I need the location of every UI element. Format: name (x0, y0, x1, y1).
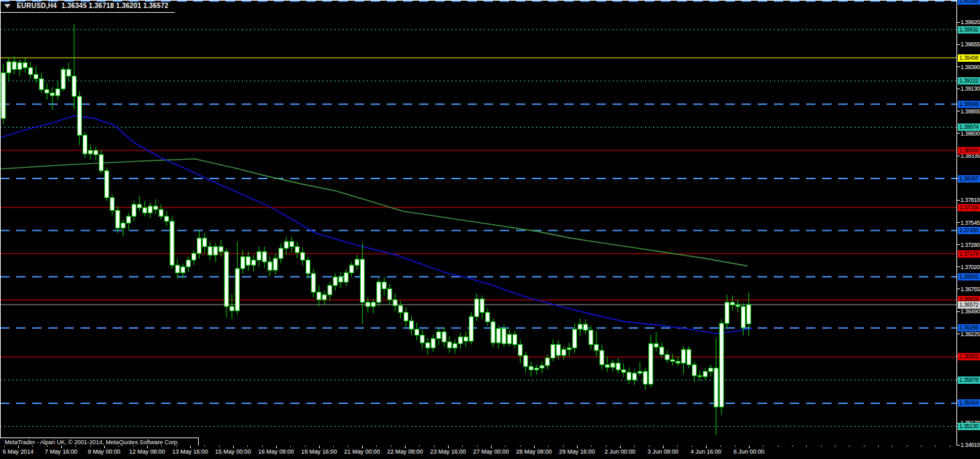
candle-body (382, 282, 386, 289)
time-minor-tick (921, 446, 922, 447)
candle-body (203, 238, 207, 247)
time-minor-tick (806, 446, 807, 447)
time-minor-tick (878, 446, 879, 447)
candle-body (328, 285, 332, 295)
time-minor-tick (935, 446, 936, 447)
price-tick-label: 1.37280 (961, 242, 980, 248)
candle-body (295, 246, 299, 252)
candle-body (398, 306, 402, 313)
time-minor-tick (864, 446, 864, 447)
chart-border-left (0, 0, 1, 446)
candle-body (344, 272, 348, 282)
time-minor-tick (677, 446, 678, 447)
candle-body (410, 321, 414, 329)
copyright-text: MetaTrader - Alpari UK, © 2001-2014, Met… (5, 439, 179, 446)
candle-body (458, 337, 462, 344)
chart-ohlc-readout: 1.36345 1.36718 1.36201 1.36572 (62, 2, 169, 9)
time-minor-tick (835, 446, 836, 447)
candle-body (181, 267, 185, 273)
candle-body (45, 90, 49, 93)
price-tick-mark (957, 445, 960, 446)
price-tick-label: 1.39920 (961, 19, 980, 26)
price-tick-mark (957, 44, 960, 45)
candle-body (698, 376, 702, 376)
price-tick-mark (957, 222, 960, 223)
candle-body (431, 339, 435, 348)
candle-body (578, 324, 582, 329)
time-minor-tick (348, 446, 349, 447)
candle-body (40, 79, 44, 89)
price-tick-mark (957, 334, 960, 334)
candle-body (230, 307, 234, 311)
level-price-label: 1.38400 (958, 147, 980, 154)
candle-body (186, 260, 190, 267)
price-tick-label: 1.38865 (961, 108, 980, 115)
candle-body (611, 363, 615, 367)
candle-body (116, 210, 120, 227)
candle-body (214, 246, 218, 255)
level-price-label: 1.38674 (958, 123, 980, 131)
chart-symbol-period: EURUSD,H4 (17, 2, 57, 9)
price-tick-label: 1.34910 (961, 442, 980, 448)
chart-title: EURUSD,H4 1.36345 1.36718 1.36201 1.3657… (4, 2, 169, 9)
candle-body (99, 154, 103, 170)
price-tick-label: 1.37810 (961, 197, 980, 203)
candle-body (562, 350, 566, 356)
candle-body (649, 344, 653, 384)
candle-body (268, 262, 272, 270)
time-axis-label: 28 May 08:00 (516, 448, 551, 455)
candle-body (627, 372, 631, 380)
time-axis-label: 19 May 16:00 (301, 448, 337, 455)
candle-body (197, 238, 202, 254)
candle-body (317, 292, 321, 299)
candle-body (426, 343, 430, 348)
candle-body (159, 209, 163, 216)
candle-body (247, 257, 251, 266)
candle-body (208, 246, 212, 255)
candle-body (240, 257, 244, 269)
candle-body (420, 336, 425, 343)
level-price-label: 1.35130 (958, 423, 980, 430)
price-axis[interactable]: 1.399201.396551.393901.391301.388651.386… (957, 0, 980, 459)
price-tick-mark (957, 66, 960, 67)
candle-body (29, 68, 33, 74)
candle-body (567, 348, 571, 350)
candle-body (105, 170, 109, 197)
time-axis[interactable]: 6 May 20147 May 16:009 May 00:0012 May 0… (0, 446, 980, 459)
candle-body (665, 354, 669, 360)
candle-body (556, 344, 560, 355)
price-tick-mark (957, 22, 960, 23)
candle-body (464, 337, 468, 341)
candle-body (453, 344, 457, 348)
candle-body (703, 372, 707, 377)
price-tick-mark (957, 111, 960, 111)
candle-body (1, 72, 5, 118)
time-minor-tick (563, 446, 564, 447)
time-minor-tick (720, 446, 721, 447)
candle-body (496, 328, 500, 342)
level-price-label: 1.35404 (958, 399, 980, 407)
time-minor-tick (591, 446, 592, 447)
price-tick-mark (957, 311, 960, 312)
time-minor-tick (792, 446, 793, 447)
price-tick-label: 1.39655 (961, 41, 980, 48)
candlestick-chart[interactable] (0, 0, 980, 459)
price-tick-mark (957, 200, 960, 201)
candle-body (355, 259, 359, 265)
candle-body (175, 265, 179, 272)
ma-fast-blue (0, 116, 752, 334)
chart-border-top (0, 0, 980, 1)
title-underline (0, 12, 175, 13)
time-minor-tick (434, 446, 435, 447)
chart-dropdown-triangle-icon[interactable] (4, 4, 11, 8)
candle-body (322, 295, 326, 300)
candle-body (72, 76, 76, 96)
level-price-label: 1.37450 (958, 227, 980, 234)
time-axis-label: 23 May 16:00 (430, 448, 465, 455)
time-axis-label: 6 May 2014 (3, 448, 34, 455)
candle-body (486, 313, 490, 322)
candle-body (676, 362, 680, 364)
candle-body (507, 334, 511, 344)
candle-body (616, 363, 620, 370)
time-minor-tick (548, 446, 549, 447)
